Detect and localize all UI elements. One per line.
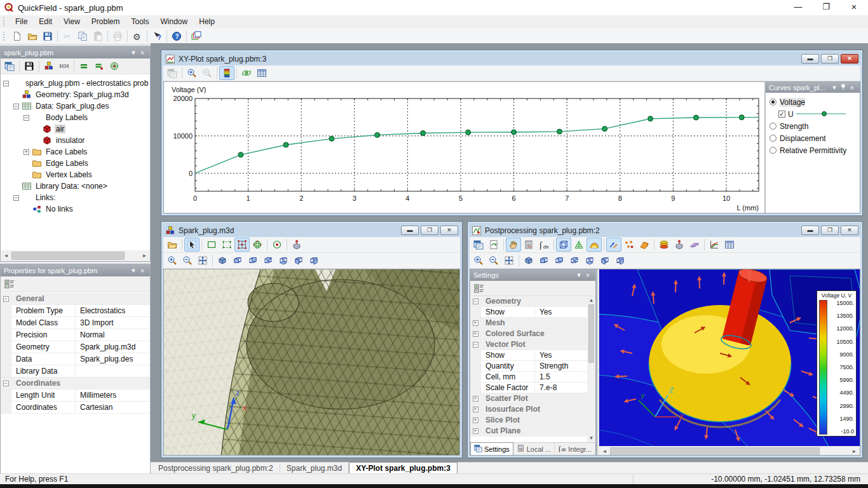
cube-v5-button[interactable] [597,254,613,268]
radio-icon[interactable] [770,123,776,130]
cascade-windows-button[interactable] [189,29,204,43]
pin-icon[interactable] [839,84,848,92]
data-table2-button[interactable] [254,66,269,80]
curve-option-voltage[interactable]: Voltage [766,96,860,108]
scroll-left-icon[interactable]: ◄ [1,250,11,261]
scroll-up-icon[interactable]: ▲ [587,296,595,304]
zoom-fit-button[interactable] [501,254,517,268]
panel-close-icon[interactable]: × [138,49,147,57]
model-titlebar[interactable]: Spark_plug.m3d ▬ ❐ ✕ [163,224,460,237]
curve-option-displacement[interactable]: Displacement [766,132,860,144]
post-titlebar[interactable]: Postprocessing spark_plug.pbm:2 ▬ ❐ ✕ [470,224,860,237]
cube-v6-button[interactable] [306,254,322,268]
category-expander[interactable]: − [473,299,478,304]
category-expander[interactable]: + [473,396,478,402]
zoom-out-button[interactable] [486,254,501,268]
series-checkbox[interactable]: ✓ [778,111,785,118]
categorize-button[interactable] [2,277,17,291]
property-value[interactable]: Yes [535,307,587,317]
category-expander[interactable]: + [473,407,478,412]
cube-up-button[interactable] [289,238,304,252]
menu-file[interactable]: File [10,16,33,27]
slice-plane-button[interactable] [687,238,702,252]
tree-expander[interactable]: − [13,195,19,201]
tree-item[interactable]: −Body Labels [1,112,150,123]
xyplot-minimize-button[interactable]: ▬ [801,54,819,64]
property-value[interactable]: Spark_plug.des [76,353,150,365]
panel-close-icon[interactable]: × [848,84,857,92]
sphere-mesh-button[interactable] [250,238,265,252]
menu-tools[interactable]: Tools [126,16,155,27]
rotate-view-button[interactable] [239,66,254,80]
grid-red-button[interactable] [234,238,250,252]
rect-dashed-button[interactable] [219,238,234,252]
cube-v2-button[interactable] [552,254,567,268]
zoom-out-button[interactable] [180,254,195,268]
tree-item[interactable]: +Face Labels [1,146,150,158]
geometry-cubes-button[interactable] [41,59,57,73]
cube-v3-button[interactable] [261,254,276,268]
mdi-tab-1[interactable]: Spark_plug.m3d [280,463,349,473]
cube-v1-button[interactable] [230,254,245,268]
panel-menu-icon[interactable]: ▼ [830,85,839,91]
category-expander[interactable]: + [473,417,478,423]
window-props-button[interactable] [2,59,17,73]
mesh-spider-button[interactable] [107,59,122,73]
point-circle-button[interactable] [269,238,285,252]
radio-icon[interactable] [770,135,776,142]
scroll-right-icon[interactable]: ► [849,446,860,456]
xyplot-maximize-button[interactable]: ❐ [821,54,839,64]
maximize-button[interactable]: ❐ [812,0,840,15]
tree-expander[interactable]: − [24,115,29,121]
scroll-right-icon[interactable]: ► [139,250,150,261]
tree-item[interactable]: −spark_plug.pbm - electrostatics prob [1,78,150,89]
cube-up-button[interactable] [672,238,687,252]
save-button[interactable] [40,29,55,43]
post-minimize-button[interactable]: ▬ [801,226,819,235]
calc-page-button[interactable] [521,238,536,252]
hand-button[interactable] [506,238,521,252]
mdi-tab-2[interactable]: XY-Plot spark_plug.pbm:3 [349,462,458,473]
panel-close-icon[interactable]: × [138,267,147,274]
cube-v4-button[interactable] [276,254,291,268]
menu-view[interactable]: View [58,16,86,27]
radio-icon[interactable] [770,98,776,105]
copy-button[interactable] [75,29,90,43]
property-value[interactable]: Electrostatics [76,305,150,316]
property-value[interactable]: Normal [76,329,150,341]
property-value[interactable]: 1.5 [535,372,587,382]
categorize-button[interactable] [471,281,487,295]
zoom-in-button[interactable] [471,254,486,268]
tree-item[interactable]: Vertex Labels [1,169,150,180]
mdi-tab-0[interactable]: Postprocessing spark_plug.pbm:2 [152,463,280,473]
tree-expander[interactable]: + [24,149,29,155]
radio-icon[interactable] [770,147,776,154]
panel-close-icon[interactable]: × [583,271,592,279]
category-expander[interactable]: − [3,381,9,386]
scroll-down-icon[interactable]: ▼ [587,434,595,442]
category-expander[interactable]: − [473,342,478,348]
settings-tab-settings[interactable]: Settings [470,442,513,455]
vectors-button[interactable] [606,238,621,252]
close-button[interactable]: × [840,0,868,15]
property-value[interactable]: 3D Import [76,317,150,329]
tree-item[interactable]: No links [1,203,150,215]
property-value[interactable]: Millimeters [76,390,150,401]
menu-problem[interactable]: Problem [86,16,126,27]
chart-xy-button[interactable] [707,238,722,252]
tree-item[interactable]: Geometry: Spark_plug.m3d [1,89,150,100]
settings-vscrollbar[interactable]: ▲ ▼ [587,296,595,442]
surface-colored-button[interactable] [587,238,602,252]
panel-menu-icon[interactable]: ▼ [129,50,138,56]
panel-menu-icon[interactable]: ▼ [129,268,138,274]
cube-v4-button[interactable] [582,254,597,268]
post-close-button[interactable]: ✕ [841,226,858,235]
refresh-page-button[interactable] [486,238,501,252]
tree-item[interactable]: air [1,123,150,135]
xyplot-close-button[interactable]: ✕ [841,54,858,64]
tree-item[interactable]: Edge Labels [1,158,150,169]
tree-expander[interactable]: − [13,104,19,109]
settings-tab-integr[interactable]: ∫dsIntegr... [555,443,595,455]
cube-v3-button[interactable] [567,254,582,268]
tree-item[interactable]: −Data: Spark_plug.des [1,100,150,112]
